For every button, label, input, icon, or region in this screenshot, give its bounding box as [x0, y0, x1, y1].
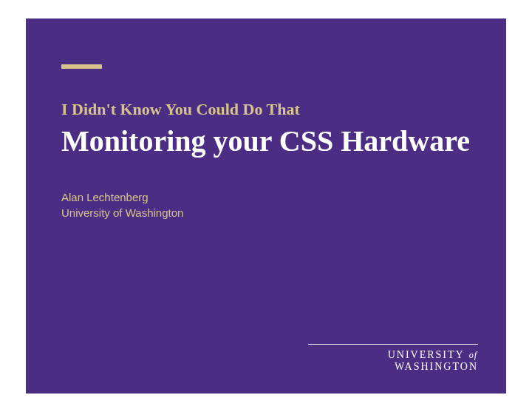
slide-content: I Didn't Know You Could Do That Monitori…: [26, 18, 506, 394]
slide-outer: I Didn't Know You Could Do That Monitori…: [0, 0, 532, 412]
logo-word-university: UNIVERSITY: [388, 349, 464, 360]
slide-author: Alan Lechtenberg: [61, 189, 471, 205]
logo-word-washington: WASHINGTON: [395, 361, 478, 372]
slide-title: Monitoring your CSS Hardware: [61, 124, 471, 158]
accent-bar: [61, 64, 102, 69]
university-logo: UNIVERSITY of WASHINGTON: [308, 344, 478, 373]
logo-word-of: of: [469, 350, 477, 360]
slide-kicker: I Didn't Know You Could Do That: [61, 100, 471, 119]
slide-affiliation: University of Washington: [61, 205, 471, 220]
